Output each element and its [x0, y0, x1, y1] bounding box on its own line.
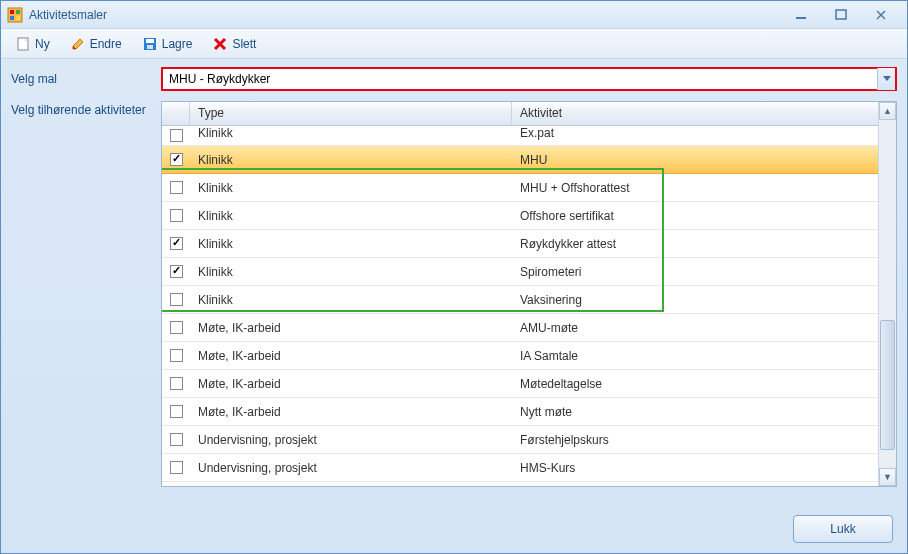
row-checkbox[interactable]	[170, 209, 183, 222]
svg-rect-5	[796, 17, 806, 19]
table-row[interactable]: Undervisning, prosjektFørstehjelpskurs	[162, 426, 878, 454]
scroll-thumb[interactable]	[880, 320, 895, 450]
grid-inner: Type Aktivitet KlinikkEx.patKlinikkMHUKl…	[162, 102, 878, 486]
row-type: Møte, IK-arbeid	[190, 321, 512, 335]
row-checkbox[interactable]	[170, 265, 183, 278]
table-row[interactable]: KlinikkMHU + Offshorattest	[162, 174, 878, 202]
row-type: Undervisning, prosjekt	[190, 433, 512, 447]
table-row[interactable]: KlinikkOffshore sertifikat	[162, 202, 878, 230]
row-checkbox-cell	[162, 181, 190, 194]
chevron-down-icon[interactable]	[877, 68, 895, 90]
row-checkbox[interactable]	[170, 433, 183, 446]
delete-button[interactable]: Slett	[206, 34, 262, 54]
row-checkbox-cell	[162, 265, 190, 278]
row-type: Klinikk	[190, 265, 512, 279]
row-checkbox[interactable]	[170, 461, 183, 474]
save-button[interactable]: Lagre	[136, 34, 199, 54]
template-value: MHU - Røykdykker	[163, 72, 877, 86]
template-dropdown[interactable]: MHU - Røykdykker	[161, 67, 897, 91]
row-activity: Førstehjelpskurs	[512, 433, 878, 447]
app-icon	[7, 7, 23, 23]
col-type-header[interactable]: Type	[190, 102, 512, 125]
delete-label: Slett	[232, 37, 256, 51]
row-activity: Spirometeri	[512, 265, 878, 279]
row-type: Klinikk	[190, 209, 512, 223]
delete-icon	[212, 36, 228, 52]
row-type: Møte, IK-arbeid	[190, 405, 512, 419]
row-activity: Ex.pat	[512, 126, 878, 140]
table-row[interactable]: Møte, IK-arbeidIA Samtale	[162, 342, 878, 370]
new-button[interactable]: Ny	[9, 34, 56, 54]
table-row[interactable]: KlinikkMHU	[162, 146, 878, 174]
grid-body: KlinikkEx.patKlinikkMHUKlinikkMHU + Offs…	[162, 126, 878, 482]
activities-grid: Type Aktivitet KlinikkEx.patKlinikkMHUKl…	[161, 101, 897, 487]
activities-label: Velg tilhørende aktiviteter	[11, 101, 161, 117]
row-type: Møte, IK-arbeid	[190, 377, 512, 391]
disk-icon	[142, 36, 158, 52]
row-checkbox[interactable]	[170, 181, 183, 194]
table-row[interactable]: Møte, IK-arbeidNytt møte	[162, 398, 878, 426]
minimize-button[interactable]	[789, 7, 813, 23]
row-type: Klinikk	[190, 293, 512, 307]
row-checkbox-cell	[162, 153, 190, 166]
titlebar: Aktivitetsmaler	[1, 1, 907, 29]
row-activity: MHU	[512, 153, 878, 167]
row-activity: IA Samtale	[512, 349, 878, 363]
table-row[interactable]: Møte, IK-arbeidAMU-møte	[162, 314, 878, 342]
scroll-up-button[interactable]: ▲	[879, 102, 896, 120]
grid-header: Type Aktivitet	[162, 102, 878, 126]
svg-rect-2	[16, 10, 20, 14]
table-row[interactable]: KlinikkSpirometeri	[162, 258, 878, 286]
svg-rect-14	[146, 39, 154, 43]
vertical-scrollbar[interactable]: ▲ ▼	[878, 102, 896, 486]
new-label: Ny	[35, 37, 50, 51]
row-type: Undervisning, prosjekt	[190, 461, 512, 475]
svg-rect-4	[16, 16, 20, 20]
close-button[interactable]	[869, 7, 893, 23]
scroll-down-button[interactable]: ▼	[879, 468, 896, 486]
table-row[interactable]: Undervisning, prosjektHMS-Kurs	[162, 454, 878, 482]
table-row[interactable]: KlinikkEx.pat	[162, 126, 878, 146]
row-activity: AMU-møte	[512, 321, 878, 335]
template-row: Velg mal MHU - Røykdykker	[11, 67, 897, 91]
table-row[interactable]: KlinikkVaksinering	[162, 286, 878, 314]
edit-button[interactable]: Endre	[64, 34, 128, 54]
row-checkbox[interactable]	[170, 321, 183, 334]
row-type: Klinikk	[190, 181, 512, 195]
row-checkbox-cell	[162, 433, 190, 446]
row-type: Møte, IK-arbeid	[190, 349, 512, 363]
template-label: Velg mal	[11, 72, 161, 86]
row-checkbox-cell	[162, 321, 190, 334]
pencil-icon	[70, 36, 86, 52]
row-checkbox[interactable]	[170, 237, 183, 250]
col-activity-header[interactable]: Aktivitet	[512, 102, 878, 125]
save-label: Lagre	[162, 37, 193, 51]
content-area: Velg mal MHU - Røykdykker Velg tilhørend…	[1, 59, 907, 495]
row-checkbox[interactable]	[170, 293, 183, 306]
row-type: Klinikk	[190, 126, 512, 140]
window-controls	[789, 7, 893, 23]
row-checkbox-cell	[162, 129, 190, 142]
row-checkbox[interactable]	[170, 377, 183, 390]
row-activity: Offshore sertifikat	[512, 209, 878, 223]
svg-rect-15	[147, 45, 153, 49]
footer: Lukk	[793, 515, 893, 543]
close-dialog-button[interactable]: Lukk	[793, 515, 893, 543]
row-checkbox[interactable]	[170, 405, 183, 418]
table-row[interactable]: KlinikkRøykdykker attest	[162, 230, 878, 258]
row-checkbox[interactable]	[170, 349, 183, 362]
new-icon	[15, 36, 31, 52]
row-checkbox-cell	[162, 461, 190, 474]
activities-area: Velg tilhørende aktiviteter Type Aktivit…	[11, 101, 897, 487]
maximize-button[interactable]	[829, 7, 853, 23]
row-activity: MHU + Offshorattest	[512, 181, 878, 195]
app-window: Aktivitetsmaler Ny Endre Lagre Slett Vel…	[0, 0, 908, 554]
scroll-track[interactable]	[879, 120, 896, 468]
row-checkbox[interactable]	[170, 153, 183, 166]
svg-rect-1	[10, 10, 14, 14]
row-checkbox[interactable]	[170, 129, 183, 142]
row-type: Klinikk	[190, 237, 512, 251]
row-type: Klinikk	[190, 153, 512, 167]
col-check-header[interactable]	[162, 102, 190, 125]
table-row[interactable]: Møte, IK-arbeidMøtedeltagelse	[162, 370, 878, 398]
